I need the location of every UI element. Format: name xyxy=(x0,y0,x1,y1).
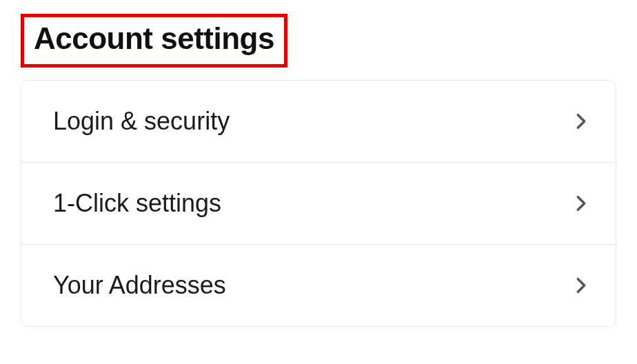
list-item-label: 1-Click settings xyxy=(53,189,221,218)
list-item-label: Login & security xyxy=(53,107,230,136)
list-item-label: Your Addresses xyxy=(53,271,226,300)
one-click-settings-item[interactable]: 1-Click settings xyxy=(21,163,616,245)
chevron-right-icon xyxy=(572,194,591,213)
section-title-highlight: Account settings xyxy=(21,14,287,68)
your-addresses-item[interactable]: Your Addresses xyxy=(21,245,616,326)
chevron-right-icon xyxy=(572,112,591,131)
login-security-item[interactable]: Login & security xyxy=(21,81,616,163)
chevron-right-icon xyxy=(572,276,591,295)
section-title: Account settings xyxy=(34,21,274,56)
account-settings-list: Login & security 1-Click settings Your A… xyxy=(21,80,616,327)
